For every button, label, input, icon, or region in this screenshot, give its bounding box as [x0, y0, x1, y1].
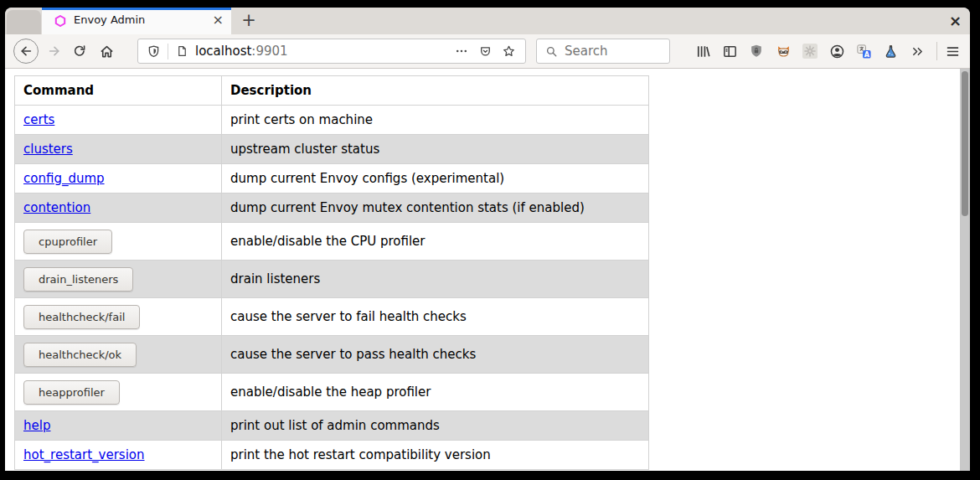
tab-bar: Envoy Admin × + ×	[5, 8, 970, 34]
command-description: cause the server to fail health checks	[222, 298, 649, 336]
tracking-shield-icon[interactable]	[146, 42, 161, 60]
table-row: healthcheck/failcause the server to fail…	[15, 298, 649, 336]
page-content: Command Description certsprint certs on …	[5, 69, 970, 471]
table-row: config_dumpdump current Envoy configs (e…	[15, 164, 649, 194]
pocket-icon[interactable]	[476, 42, 494, 60]
command-button[interactable]: healthcheck/ok	[23, 343, 137, 367]
overflow-chevron-icon[interactable]	[908, 42, 926, 60]
table-row: contentiondump current Envoy mutex conte…	[15, 194, 649, 223]
column-header-description: Description	[222, 76, 649, 106]
active-tab-accent	[42, 8, 231, 10]
url-bar[interactable]: localhost:9901	[137, 39, 526, 64]
command-button[interactable]: heapprofiler	[23, 380, 120, 405]
command-description: print certs on machine	[222, 106, 649, 135]
command-cell: healthcheck/ok	[15, 336, 222, 374]
command-cell: drain_listeners	[15, 261, 222, 298]
page-scrollbar[interactable]	[960, 69, 970, 471]
navigation-toolbar: localhost:9901	[5, 34, 970, 69]
shield-lock-extension-icon[interactable]	[747, 42, 766, 60]
envoy-favicon-icon	[54, 15, 66, 27]
bookmark-star-icon[interactable]	[499, 42, 518, 60]
flask-extension-icon[interactable]	[881, 42, 900, 60]
search-icon	[544, 42, 558, 60]
command-link[interactable]: contention	[23, 200, 90, 215]
forward-icon[interactable]	[45, 42, 64, 60]
command-link[interactable]: help	[23, 418, 50, 433]
urlbar-separator	[168, 44, 168, 59]
page-actions-dots-icon[interactable]	[452, 42, 471, 60]
command-description: upstream cluster status	[222, 135, 649, 164]
command-link[interactable]: clusters	[23, 142, 73, 157]
account-icon[interactable]	[828, 42, 846, 60]
table-row: cpuprofilerenable/disable the CPU profil…	[15, 223, 649, 261]
search-bar[interactable]	[536, 39, 670, 64]
command-description: cause the server to pass health checks	[222, 336, 649, 374]
command-description: enable/disable the heap profiler	[222, 374, 649, 411]
command-button[interactable]: healthcheck/fail	[23, 305, 140, 329]
browser-window: Envoy Admin × + ×	[5, 8, 970, 471]
table-row: drain_listenersdrain listeners	[15, 261, 649, 298]
command-link[interactable]: config_dump	[23, 171, 105, 186]
back-icon[interactable]	[13, 39, 39, 64]
reload-icon[interactable]	[70, 42, 89, 60]
new-tab-button[interactable]: +	[235, 8, 263, 34]
toolbar-right-icons: A	[694, 42, 935, 60]
library-icon[interactable]	[694, 42, 712, 60]
command-table-body: certsprint certs on machineclustersupstr…	[15, 106, 649, 470]
command-cell: heapprofiler	[15, 374, 222, 411]
toolbar-separator	[936, 42, 937, 60]
tab-envoy-admin[interactable]: Envoy Admin ×	[42, 8, 231, 34]
command-cell: help	[15, 411, 222, 441]
command-description: drain listeners	[222, 261, 649, 298]
browser-screenshot: Envoy Admin × + ×	[0, 0, 980, 480]
table-row: heapprofilerenable/disable the heap prof…	[15, 374, 649, 411]
window-close-icon[interactable]: ×	[949, 10, 962, 32]
command-link[interactable]: certs	[23, 112, 54, 127]
table-row: helpprint out list of admin commands	[15, 411, 649, 441]
command-description: dump current Envoy mutex contention stat…	[222, 194, 649, 223]
command-button[interactable]: drain_listeners	[23, 267, 133, 292]
table-row: hot_restart_versionprint the hot restart…	[15, 441, 649, 470]
command-cell: certs	[15, 106, 222, 135]
page-icon[interactable]	[175, 42, 188, 60]
home-icon[interactable]	[97, 42, 116, 60]
command-cell: hot_restart_version	[15, 441, 222, 470]
command-cell: clusters	[15, 135, 222, 164]
command-cell: healthcheck/fail	[15, 298, 222, 336]
table-row: healthcheck/okcause the server to pass h…	[15, 336, 649, 374]
url-port: :9901	[251, 44, 287, 59]
admin-commands-table: Command Description certsprint certs on …	[14, 75, 649, 470]
command-button[interactable]: cpuprofiler	[23, 230, 112, 254]
command-description: dump current Envoy configs (experimental…	[222, 164, 649, 194]
tab-title: Envoy Admin	[74, 13, 145, 26]
fox-extension-icon[interactable]	[774, 42, 792, 60]
translate-extension-icon[interactable]: A	[854, 42, 873, 60]
search-input[interactable]	[565, 44, 662, 59]
extension-disabled-icon[interactable]	[801, 42, 819, 60]
column-header-command: Command	[15, 76, 222, 106]
tab-strip-spacer	[7, 10, 41, 34]
table-row: certsprint certs on machine	[15, 106, 649, 135]
command-cell: contention	[15, 194, 222, 223]
menu-icon[interactable]	[943, 42, 962, 60]
command-cell: config_dump	[15, 164, 222, 194]
tab-close-icon[interactable]: ×	[213, 11, 224, 29]
sidebar-icon[interactable]	[720, 42, 739, 60]
command-description: enable/disable the CPU profiler	[222, 223, 649, 261]
url-host: localhost:9901	[195, 44, 288, 59]
svg-text:A: A	[864, 50, 869, 58]
command-description: print the hot restart compatibility vers…	[222, 441, 649, 470]
table-header-row: Command Description	[15, 76, 649, 106]
command-link[interactable]: hot_restart_version	[23, 447, 145, 462]
command-description: print out list of admin commands	[222, 411, 649, 441]
scrollbar-thumb[interactable]	[962, 71, 968, 216]
table-row: clustersupstream cluster status	[15, 135, 649, 164]
command-cell: cpuprofiler	[15, 223, 222, 261]
